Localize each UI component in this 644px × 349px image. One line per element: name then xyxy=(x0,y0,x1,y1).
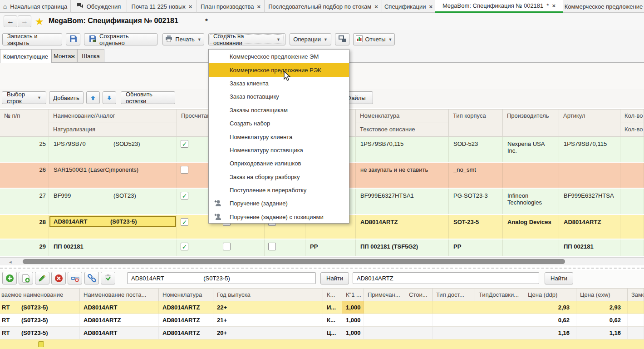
report-chart-icon xyxy=(356,35,363,44)
link-button[interactable] xyxy=(84,272,99,284)
tab-commercial-offer[interactable]: Коммерческое предложение xyxy=(563,0,644,13)
col-article[interactable]: Артикул xyxy=(559,110,620,137)
calculated-checkbox[interactable]: ✓ xyxy=(181,140,188,148)
offer-row[interactable]: RT(S0T23-5) AD8014ARTZ AD8014ARTZ 21+ К.… xyxy=(0,314,644,327)
col-nomenclature[interactable]: Номенклатура xyxy=(159,289,213,301)
menu-item[interactable]: Заказ поставщику xyxy=(209,90,349,103)
selected-cell[interactable]: AD8014ART (S0T23-5) xyxy=(49,216,176,227)
tab-components[interactable]: Комплектующие xyxy=(0,49,51,63)
col-manufacturer[interactable]: Производитель xyxy=(503,110,559,137)
menu-item-highlighted[interactable]: Коммерческое предложение РЭК xyxy=(209,63,349,76)
col-k1[interactable]: К"1 ... xyxy=(342,289,364,301)
col-requested-name[interactable]: ваемое наименование xyxy=(0,289,80,301)
save-button[interactable] xyxy=(66,33,80,45)
col-year[interactable]: Год выпуска xyxy=(213,289,323,301)
search-input-2[interactable] xyxy=(353,272,539,284)
table-row[interactable]: 29 ПП 002181 ✓ PP ПП 002181 (TSF5G2) PP … xyxy=(0,239,644,257)
checkbox[interactable] xyxy=(223,243,231,250)
pane-splitter[interactable] xyxy=(0,268,644,269)
calculated-checkbox[interactable] xyxy=(181,166,188,174)
fill-from-clipboard-button[interactable] xyxy=(101,272,115,284)
menu-item[interactable]: Поручение (задание) с позициями xyxy=(209,210,349,224)
tab-megabom-spec-active[interactable]: MegaBom: Спецификация № 002181 * × xyxy=(435,0,563,13)
offer-row[interactable]: RT(S0T23-5) AD8014ART AD8014ARTZ 20+ Ц..… xyxy=(0,327,644,339)
menu-item[interactable]: Номенклатуру клиента xyxy=(209,130,349,143)
col-qty-1[interactable]: Кол-во xyxy=(620,110,644,123)
checkbox[interactable] xyxy=(268,243,276,250)
scroll-left-icon[interactable]: ◂ xyxy=(9,259,12,265)
edit-button[interactable] xyxy=(35,272,49,284)
close-icon[interactable]: × xyxy=(189,3,192,10)
menu-item[interactable]: Заказ на сборку разборку xyxy=(209,170,349,184)
col-naturalization[interactable]: Натурализация xyxy=(49,123,177,137)
scrollbar-thumb[interactable] xyxy=(23,259,565,264)
qty-cell-selected[interactable]: 1,000 xyxy=(342,301,364,314)
move-down-button[interactable] xyxy=(103,91,116,104)
calculated-checkbox[interactable]: ✓ xyxy=(181,243,188,250)
menu-item[interactable]: Создать набор xyxy=(209,117,349,130)
col-k[interactable]: К... xyxy=(323,289,342,301)
refresh-stock-button[interactable]: Обновить остатки xyxy=(121,91,175,104)
delete-button[interactable] xyxy=(51,272,66,284)
offer-row-partial[interactable] xyxy=(0,339,644,349)
favorite-star-icon[interactable]: ★ xyxy=(35,16,44,28)
print-button[interactable]: Печать ▼ xyxy=(162,33,204,45)
create-based-on-button[interactable]: Создать на основании ▼ xyxy=(208,33,285,45)
tab-header[interactable]: Шапка xyxy=(77,49,104,63)
col-nomenclature[interactable]: Номенклатура xyxy=(356,110,449,123)
add-row-button[interactable]: Добавить xyxy=(49,91,84,104)
col-price-ddp[interactable]: Цена (ddp) xyxy=(524,289,576,301)
calculated-checkbox[interactable]: ✓ xyxy=(181,192,188,199)
close-icon[interactable]: × xyxy=(374,3,378,10)
col-num[interactable]: № п/п xyxy=(0,110,49,137)
menu-item[interactable]: Коммерческое предложение ЭМ xyxy=(209,50,349,63)
find-button-2[interactable]: Найти xyxy=(545,272,573,284)
menu-item[interactable]: Оприходование излишков xyxy=(209,157,349,170)
col-cost[interactable]: Стои... xyxy=(405,289,433,301)
search-input[interactable] xyxy=(127,272,316,284)
find-button[interactable]: Найти xyxy=(320,272,349,284)
tab-sequential-stock[interactable]: Последовательный подбор по стокам × xyxy=(265,0,382,13)
menu-item[interactable]: Номенклатуру поставщика xyxy=(209,144,349,157)
select-rows-button[interactable]: Выбор строк ▼ xyxy=(2,91,46,104)
tab-specifications[interactable]: Спецификации × xyxy=(382,0,435,13)
back-button[interactable]: ← xyxy=(4,15,17,27)
caret-down-icon: ▼ xyxy=(388,37,393,42)
menu-item[interactable]: Поручение (задание) xyxy=(209,197,349,210)
col-supplier-name[interactable]: Наименование поста... xyxy=(80,289,159,301)
move-up-button[interactable] xyxy=(86,91,100,104)
col-name[interactable]: Наименование/Аналог xyxy=(49,110,177,123)
col-delivery-type-2[interactable]: ТипДоставки... xyxy=(475,289,524,301)
save-close-button[interactable]: Записать и закрыть xyxy=(2,33,62,45)
unlink-button[interactable] xyxy=(68,272,82,284)
col-replace[interactable]: Заме... xyxy=(628,289,644,301)
col-price-exw[interactable]: Цена (exw) xyxy=(576,289,628,301)
save-separately-button[interactable]: Сохранить отдельно xyxy=(84,33,157,45)
tab-montage[interactable]: Монтаж xyxy=(51,49,77,63)
tab-discussions[interactable]: Обсуждения xyxy=(71,0,127,13)
menu-item[interactable]: Заказы поставщикам xyxy=(209,104,349,117)
tab-production-plan[interactable]: План производства × xyxy=(197,0,265,13)
forward-button[interactable]: → xyxy=(18,15,31,27)
close-icon[interactable]: × xyxy=(429,3,433,10)
col-qty-2[interactable]: Кол-во xyxy=(620,123,644,137)
add-doc-button[interactable] xyxy=(19,272,33,284)
close-icon[interactable]: × xyxy=(552,2,556,9)
col-note[interactable]: Примечан... xyxy=(364,289,405,301)
tab-home[interactable]: ⌂ Начальная страница xyxy=(0,0,71,13)
operations-button[interactable]: Операции ▼ xyxy=(290,33,331,45)
reports-button[interactable]: Отчеты ▼ xyxy=(353,33,395,45)
horizontal-scrollbar[interactable]: ◂ xyxy=(0,257,644,265)
printer-icon xyxy=(165,35,172,44)
calculated-checkbox[interactable]: ✓ xyxy=(181,218,188,226)
window-split-button[interactable] xyxy=(335,33,349,45)
col-text-desc[interactable]: Текстовое описание xyxy=(356,123,449,137)
offer-row-selected[interactable]: RT(S0T23-5) AD8014ART AD8014ARTZ 22+ И..… xyxy=(0,301,644,314)
close-icon[interactable]: × xyxy=(257,3,261,10)
add-offer-button[interactable] xyxy=(2,272,17,284)
menu-item[interactable]: Заказ клиента xyxy=(209,77,349,90)
tab-mail[interactable]: Почта 11 225 новых × xyxy=(127,0,197,13)
col-case[interactable]: Тип корпуса xyxy=(449,110,503,137)
col-delivery-type[interactable]: Тип дост... xyxy=(433,289,475,301)
menu-item[interactable]: Поступление в переработку xyxy=(209,184,349,197)
